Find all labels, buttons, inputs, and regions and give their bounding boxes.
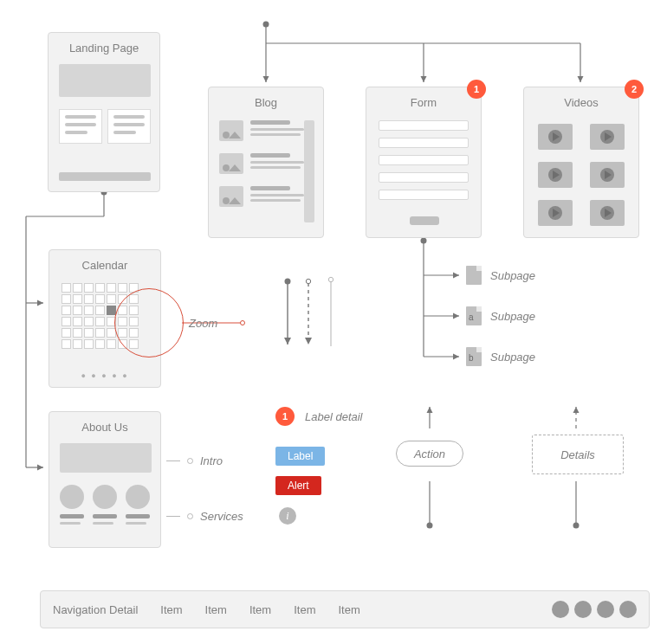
form-title: Form	[366, 87, 481, 118]
nav-title: Navigation Detail	[53, 603, 138, 616]
nav-dot[interactable]	[552, 601, 569, 618]
form-card[interactable]: Form	[366, 87, 482, 238]
subpage-label: Subpage	[490, 310, 535, 323]
video-thumb[interactable]	[590, 200, 625, 226]
svg-point-22	[306, 279, 310, 283]
label-detail-text: Label detail	[305, 410, 363, 423]
document-icon	[466, 266, 482, 285]
nav-dot[interactable]	[597, 601, 614, 618]
badge-sample: 1	[275, 407, 295, 426]
landing-page-card[interactable]: Landing Page	[48, 32, 160, 192]
action-label: Action	[414, 448, 445, 460]
svg-point-27	[427, 523, 433, 529]
svg-point-0	[263, 22, 269, 28]
about-title: About Us	[49, 412, 160, 442]
nav-dot[interactable]	[574, 601, 592, 618]
videos-title: Videos	[524, 87, 638, 118]
form-badge: 1	[467, 80, 486, 99]
nav-item[interactable]: Item	[160, 603, 182, 616]
calendar-title: Calendar	[49, 250, 160, 280]
svg-point-23	[328, 277, 333, 281]
navigation-bar: Navigation Detail Item Item Item Item It…	[40, 590, 650, 628]
svg-point-13	[241, 321, 245, 325]
subpage-item[interactable]: a Subpage	[466, 306, 535, 325]
document-icon: b	[466, 347, 482, 366]
video-thumb[interactable]	[590, 124, 625, 150]
video-thumb[interactable]	[590, 162, 625, 188]
nav-item[interactable]: Item	[294, 603, 315, 616]
zoom-lens	[114, 288, 184, 357]
details-box[interactable]: Details	[532, 435, 624, 474]
subpage-label: Subpage	[490, 351, 535, 364]
svg-point-19	[285, 279, 291, 285]
video-thumb[interactable]	[538, 162, 573, 188]
nav-item[interactable]: Item	[338, 603, 359, 616]
svg-point-14	[421, 238, 427, 244]
nav-dot[interactable]	[619, 601, 637, 618]
video-thumb[interactable]	[538, 124, 573, 150]
details-label: Details	[560, 448, 595, 461]
blog-title: Blog	[209, 87, 323, 118]
blog-card[interactable]: Blog	[208, 87, 324, 238]
label-tag: Label	[275, 447, 325, 466]
services-annotation: Services	[166, 510, 243, 523]
svg-point-30	[573, 523, 580, 529]
action-chip[interactable]: Action	[396, 441, 463, 467]
subpage-item[interactable]: b Subpage	[466, 347, 535, 366]
info-icon: i	[279, 507, 296, 525]
zoom-label: Zoom	[189, 317, 217, 330]
videos-badge: 2	[625, 80, 644, 99]
landing-page-title: Landing Page	[49, 33, 159, 63]
about-card[interactable]: About Us	[49, 411, 161, 548]
subpage-item[interactable]: Subpage	[466, 266, 535, 285]
subpage-label: Subpage	[490, 269, 535, 282]
alert-tag: Alert	[275, 476, 321, 495]
document-icon: a	[466, 306, 482, 325]
video-thumb[interactable]	[538, 200, 573, 226]
nav-item[interactable]: Item	[249, 603, 271, 616]
videos-card[interactable]: Videos	[523, 87, 639, 238]
nav-item[interactable]: Item	[205, 603, 227, 616]
intro-annotation: Intro	[166, 454, 223, 467]
